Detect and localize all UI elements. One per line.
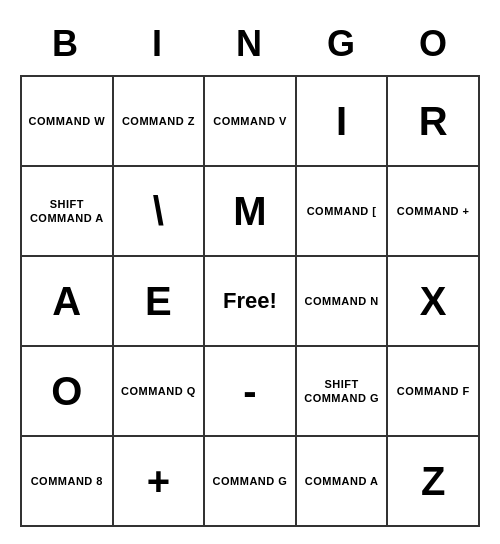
cell-text-10: A — [52, 279, 81, 324]
cell-text-21: + — [147, 459, 170, 504]
cell-text-20: COMMAND 8 — [31, 474, 103, 488]
bingo-grid: COMMAND WCOMMAND ZCOMMAND VIRSHIFT COMMA… — [20, 75, 480, 527]
bingo-cell-6: \ — [114, 167, 206, 257]
cell-text-1: COMMAND Z — [122, 114, 195, 128]
bingo-cell-11: E — [114, 257, 206, 347]
bingo-cell-2: COMMAND V — [205, 77, 297, 167]
bingo-cell-10: A — [22, 257, 114, 347]
bingo-cell-13: COMMAND N — [297, 257, 389, 347]
cell-text-9: COMMAND + — [397, 204, 470, 218]
bingo-cell-14: X — [388, 257, 480, 347]
bingo-header: BINGO — [20, 17, 480, 71]
cell-text-22: COMMAND G — [213, 474, 288, 488]
bingo-cell-16: COMMAND Q — [114, 347, 206, 437]
bingo-cell-0: COMMAND W — [22, 77, 114, 167]
bingo-cell-12: Free! — [205, 257, 297, 347]
bingo-cell-3: I — [297, 77, 389, 167]
bingo-cell-19: COMMAND F — [388, 347, 480, 437]
bingo-cell-15: O — [22, 347, 114, 437]
bingo-cell-8: COMMAND [ — [297, 167, 389, 257]
cell-text-6: \ — [153, 189, 164, 234]
cell-text-7: M — [233, 189, 266, 234]
header-letter: B — [20, 17, 112, 71]
cell-text-8: COMMAND [ — [307, 204, 377, 218]
header-letter: O — [388, 17, 480, 71]
cell-text-12: Free! — [223, 288, 277, 314]
cell-text-13: COMMAND N — [305, 294, 379, 308]
cell-text-14: X — [420, 279, 447, 324]
cell-text-11: E — [145, 279, 172, 324]
cell-text-4: R — [419, 99, 448, 144]
header-letter: N — [204, 17, 296, 71]
bingo-cell-9: COMMAND + — [388, 167, 480, 257]
bingo-cell-24: Z — [388, 437, 480, 527]
bingo-cell-17: - — [205, 347, 297, 437]
bingo-cell-20: COMMAND 8 — [22, 437, 114, 527]
bingo-cell-22: COMMAND G — [205, 437, 297, 527]
cell-text-2: COMMAND V — [213, 114, 287, 128]
bingo-card: BINGO COMMAND WCOMMAND ZCOMMAND VIRSHIFT… — [10, 7, 490, 537]
bingo-cell-23: COMMAND A — [297, 437, 389, 527]
bingo-cell-5: SHIFT COMMAND A — [22, 167, 114, 257]
cell-text-19: COMMAND F — [397, 384, 470, 398]
bingo-cell-18: SHIFT COMMAND G — [297, 347, 389, 437]
bingo-cell-4: R — [388, 77, 480, 167]
bingo-cell-7: M — [205, 167, 297, 257]
cell-text-17: - — [243, 369, 256, 414]
cell-text-24: Z — [421, 459, 445, 504]
cell-text-23: COMMAND A — [305, 474, 379, 488]
cell-text-18: SHIFT COMMAND G — [301, 377, 383, 406]
cell-text-3: I — [336, 99, 347, 144]
header-letter: I — [112, 17, 204, 71]
cell-text-0: COMMAND W — [28, 114, 105, 128]
cell-text-5: SHIFT COMMAND A — [26, 197, 108, 226]
cell-text-15: O — [51, 369, 82, 414]
header-letter: G — [296, 17, 388, 71]
bingo-cell-1: COMMAND Z — [114, 77, 206, 167]
cell-text-16: COMMAND Q — [121, 384, 196, 398]
bingo-cell-21: + — [114, 437, 206, 527]
